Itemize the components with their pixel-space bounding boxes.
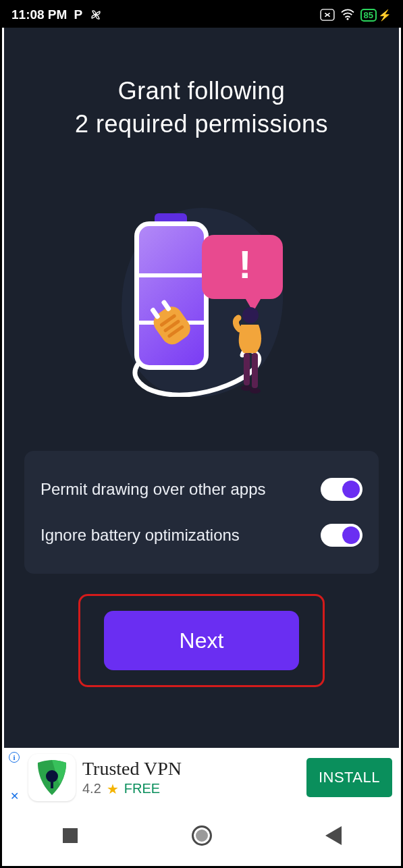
nav-back-button[interactable]	[320, 822, 347, 849]
battery-indicator: 85 ⚡	[360, 9, 392, 22]
svg-rect-10	[252, 353, 258, 388]
title-line-2: 2 required permissions	[75, 110, 328, 138]
install-button[interactable]: INSTALL	[306, 758, 392, 797]
permissions-card: Permit drawing over other apps Ignore ba…	[24, 451, 379, 574]
charging-icon: ⚡	[378, 9, 392, 22]
status-time: 11:08 PM	[11, 7, 67, 22]
star-icon: ★	[107, 781, 119, 797]
battery-level: 85	[360, 9, 377, 22]
ad-app-icon	[28, 754, 76, 801]
svg-point-12	[250, 388, 261, 394]
pinwheel-icon	[89, 8, 103, 22]
permission-row-battery: Ignore battery optimizations	[41, 516, 362, 555]
permission-row-overlay: Permit drawing over other apps	[41, 470, 362, 509]
ad-price: FREE	[124, 781, 160, 796]
nav-bar	[4, 807, 399, 864]
svg-point-1	[346, 18, 348, 20]
ad-body: Trusted VPN 4.2 ★ FREE	[82, 758, 300, 797]
exclamation-icon: !	[238, 242, 251, 287]
permissions-screen: Grant following 2 required permissions !	[4, 28, 399, 748]
svg-rect-9	[244, 353, 250, 385]
nav-home-button[interactable]	[188, 822, 215, 849]
page-title: Grant following 2 required permissions	[4, 75, 399, 140]
svg-point-8	[242, 307, 259, 323]
person-shape	[229, 306, 269, 394]
battery-permission-toggle[interactable]	[321, 524, 362, 547]
permission-label: Ignore battery optimizations	[41, 526, 240, 545]
illustration: !	[4, 201, 399, 404]
permission-label: Permit drawing over other apps	[41, 480, 266, 499]
title-line-1: Grant following	[118, 77, 286, 105]
overlay-permission-toggle[interactable]	[321, 478, 362, 501]
plug-shape	[141, 296, 205, 360]
status-bar: 11:08 PM P 85 ⚡	[2, 2, 401, 28]
next-button[interactable]: Next	[104, 611, 299, 670]
ad-close-icon[interactable]: ✕	[10, 790, 19, 803]
nav-recent-button[interactable]	[57, 822, 84, 849]
svg-rect-14	[51, 779, 53, 788]
ad-info-icon[interactable]: i	[9, 752, 20, 763]
next-button-highlight: Next	[78, 594, 325, 687]
wifi-icon	[340, 9, 355, 21]
ad-rating: 4.2	[82, 781, 101, 796]
screenshot-icon	[320, 9, 335, 21]
ad-banner[interactable]: i ✕ Trusted VPN 4.2 ★ FREE INSTALL	[4, 748, 399, 807]
ad-title: Trusted VPN	[82, 758, 300, 780]
p-icon: P	[74, 7, 82, 22]
